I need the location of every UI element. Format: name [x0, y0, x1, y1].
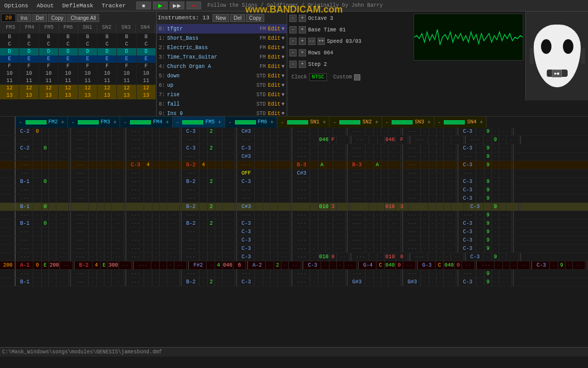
- sn2-plus[interactable]: +: [374, 119, 380, 125]
- cell-note[interactable]: ---: [127, 178, 144, 186]
- cell-note[interactable]: ---: [17, 169, 33, 177]
- pattern-row[interactable]: ----------------------------------------…: [0, 136, 588, 144]
- cell-note[interactable]: B-1: [17, 203, 33, 211]
- pattern-row[interactable]: 200A-10E200--B-24E300----------F#2-40466…: [0, 261, 588, 270]
- cell-note[interactable]: C-3: [238, 220, 255, 227]
- instr-edit-btn[interactable]: Edit: [268, 36, 280, 41]
- menu-about[interactable]: About: [34, 2, 56, 9]
- pattern-row[interactable]: C-2-0-------------------C-3-2---C-3-----…: [0, 144, 588, 153]
- instr-edit-btn[interactable]: Edit: [268, 83, 280, 88]
- instr-edit-btn[interactable]: Edit: [268, 54, 280, 60]
- fm4-plus[interactable]: +: [164, 119, 170, 125]
- cell-note[interactable]: ---: [349, 211, 366, 219]
- cell-note[interactable]: ---: [404, 144, 421, 152]
- cell-note[interactable]: ---: [460, 270, 476, 278]
- cell-note[interactable]: ---: [183, 270, 199, 278]
- cell-note[interactable]: ---: [17, 153, 33, 160]
- cell-note[interactable]: ---: [404, 245, 421, 252]
- instr-item[interactable]: 8: fall STD Edit ▼: [157, 99, 287, 109]
- cell-note[interactable]: ---: [127, 228, 144, 236]
- menu-options[interactable]: Options: [2, 2, 30, 9]
- instr-edit-btn[interactable]: Edit: [268, 26, 280, 32]
- fm3-minus[interactable]: -: [70, 119, 76, 125]
- instr-edit-btn[interactable]: Edit: [268, 101, 280, 107]
- pattern-row[interactable]: C-20--------------------C-3-2---C#3-----…: [0, 128, 588, 136]
- order-row[interactable]: DDDDDDDD: [0, 48, 156, 55]
- cell-note[interactable]: ---: [238, 136, 255, 144]
- cell-note[interactable]: C-3: [460, 228, 476, 236]
- cell-note[interactable]: C#3: [238, 128, 255, 135]
- cell-note[interactable]: ---: [127, 128, 144, 135]
- cell-note[interactable]: A-1: [17, 261, 33, 269]
- sn3-plus[interactable]: +: [426, 119, 432, 125]
- menu-deflemask[interactable]: DefleMask: [60, 2, 95, 9]
- cell-note[interactable]: ---: [127, 136, 144, 144]
- cell-note[interactable]: ---: [72, 194, 89, 202]
- cell-note[interactable]: ---: [349, 194, 366, 202]
- step-minus[interactable]: -: [289, 61, 297, 68]
- cell-note[interactable]: ---: [72, 186, 89, 194]
- speed-plus[interactable]: +: [299, 38, 306, 45]
- order-row[interactable]: CCCCCCCC: [0, 41, 156, 48]
- speed2-minus[interactable]: --: [308, 38, 315, 45]
- cell-note[interactable]: ---: [293, 278, 310, 286]
- cell-note[interactable]: C-3: [127, 161, 144, 169]
- instr-arrow[interactable]: ▼: [281, 26, 285, 32]
- instr-item[interactable]: 1: Short_Bass FM Edit ▼: [157, 33, 287, 43]
- cell-note[interactable]: G#3: [404, 278, 421, 286]
- cell-note[interactable]: ---: [72, 228, 89, 236]
- base-time-minus[interactable]: -: [289, 26, 297, 33]
- cell-note[interactable]: C-3: [460, 128, 476, 135]
- pattern-row[interactable]: ----------------------------------------…: [0, 211, 588, 220]
- cell-note[interactable]: G#3: [349, 278, 366, 286]
- cell-note[interactable]: ---: [17, 245, 33, 252]
- cell-note[interactable]: B-2: [76, 261, 92, 269]
- order-row[interactable]: 1212121212121212: [0, 85, 156, 92]
- cell-note[interactable]: ---: [404, 153, 421, 160]
- instr-edit-btn[interactable]: Edit: [268, 64, 280, 70]
- cell-note[interactable]: ---: [293, 245, 310, 252]
- cell-note[interactable]: ---: [293, 253, 310, 261]
- cell-note[interactable]: ---: [17, 186, 33, 194]
- transport-play[interactable]: ▶: [153, 2, 168, 9]
- pattern-row[interactable]: --------------------------------C-3-----…: [0, 228, 588, 236]
- order-del-btn[interactable]: Del: [32, 14, 47, 22]
- cell-note[interactable]: ---: [72, 161, 89, 169]
- order-ins-btn[interactable]: Ins: [17, 14, 31, 22]
- cell-note[interactable]: C-3: [460, 178, 476, 186]
- order-list[interactable]: BBBBBBBBCCCCCCCCDDDDDDDDEEEEEEEEFFFFFFFF…: [0, 33, 156, 116]
- pattern-row[interactable]: --------------------------------OFF-----…: [0, 169, 588, 178]
- cell-note[interactable]: ---: [238, 186, 255, 194]
- cell-note[interactable]: ---: [352, 253, 369, 261]
- cell-note[interactable]: ---: [238, 194, 255, 202]
- cell-note[interactable]: C-3: [460, 161, 476, 169]
- cell-note[interactable]: C-3: [238, 228, 255, 236]
- cell-note[interactable]: ---: [293, 186, 310, 194]
- cell-note[interactable]: C-3: [460, 236, 476, 244]
- instr-item[interactable]: 3: Time_Trax_Guitar FM Edit ▼: [157, 52, 287, 62]
- sn2-minus[interactable]: -: [332, 119, 337, 125]
- cell-note[interactable]: ---: [127, 169, 144, 177]
- sn1-plus[interactable]: +: [322, 119, 327, 125]
- cell-note[interactable]: ---: [293, 178, 310, 186]
- cell-note[interactable]: C-3: [460, 278, 476, 286]
- cell-note[interactable]: ---: [293, 194, 310, 202]
- cell-note[interactable]: ---: [293, 128, 310, 135]
- cell-note[interactable]: ---: [349, 270, 366, 278]
- cell-note[interactable]: C-3: [183, 128, 199, 135]
- cell-note[interactable]: ---: [72, 211, 89, 219]
- cell-note[interactable]: ---: [411, 136, 428, 144]
- cell-note[interactable]: ---: [127, 270, 144, 278]
- instr-new-btn[interactable]: New: [213, 14, 229, 22]
- step-plus[interactable]: +: [299, 61, 306, 68]
- instr-arrow[interactable]: ▼: [281, 54, 285, 60]
- cell-note[interactable]: F#2: [190, 261, 207, 269]
- instr-copy-btn[interactable]: Copy: [246, 14, 264, 22]
- cell-note[interactable]: ---: [127, 236, 144, 244]
- cell-note[interactable]: C-3: [460, 186, 476, 194]
- cell-note[interactable]: ---: [72, 270, 89, 278]
- cell-note[interactable]: ---: [17, 253, 33, 261]
- cell-note[interactable]: ---: [293, 153, 310, 160]
- pattern-row[interactable]: --------------------------------C-3-----…: [0, 245, 588, 253]
- octave-minus[interactable]: -: [289, 15, 297, 22]
